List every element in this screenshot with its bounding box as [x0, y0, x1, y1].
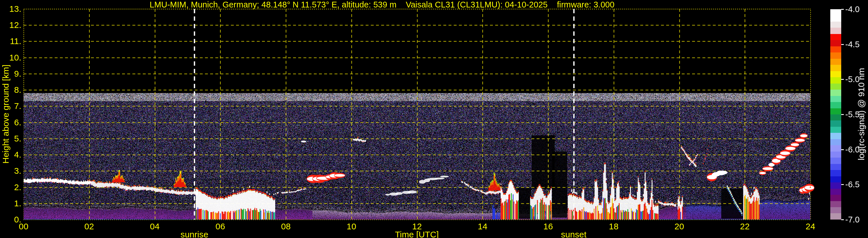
- colorbar-segment-7: [830, 53, 841, 59]
- colorbar-tick-mark-4: [841, 149, 844, 150]
- colorbar-segment-0: [830, 9, 841, 15]
- colorbar-segment-29: [830, 189, 841, 195]
- colorbar-segment-26: [830, 170, 841, 176]
- colorbar-segment-17: [830, 114, 841, 120]
- x-tick-label-04: 04: [145, 222, 165, 231]
- x-tick-label-22: 22: [735, 222, 755, 231]
- y-tick-label-11: 11.: [0, 37, 21, 46]
- y-axis-label: Height above ground [km]: [1, 25, 11, 203]
- colorbar-segment-14: [830, 96, 841, 102]
- colorbar: [830, 9, 841, 219]
- colorbar-segment-25: [830, 164, 841, 170]
- backscatter-heatmap-canvas: [0, 0, 868, 238]
- y-tick-label-1: 1.: [0, 199, 21, 208]
- colorbar-segment-11: [830, 77, 841, 83]
- colorbar-segment-10: [830, 71, 841, 77]
- y-tick-label-9: 9.: [0, 69, 21, 78]
- colorbar-segment-13: [830, 90, 841, 96]
- y-tick-label-3: 3.: [0, 166, 21, 176]
- colorbar-segment-32: [830, 207, 841, 213]
- colorbar-tick-mark-3: [841, 114, 844, 115]
- colorbar-tick-label-0: -4.0: [845, 5, 868, 14]
- colorbar-segment-31: [830, 201, 841, 207]
- colorbar-segment-9: [830, 65, 841, 71]
- x-tick-label-02: 02: [79, 222, 99, 231]
- colorbar-segment-28: [830, 182, 841, 188]
- colorbar-tick-mark-6: [841, 219, 844, 220]
- y-tick-label-7: 7.: [0, 101, 21, 111]
- x-tick-label-00: 00: [13, 222, 34, 231]
- colorbar-segment-23: [830, 152, 841, 158]
- plot-title: LMU-MIM, Munich, Germany; 48.148° N 11.5…: [24, 0, 741, 9]
- ceilometer-quicklook-figure: LMU-MIM, Munich, Germany; 48.148° N 11.5…: [0, 0, 868, 238]
- x-tick-label-16: 16: [538, 222, 558, 231]
- x-tick-label-14: 14: [472, 222, 493, 231]
- colorbar-tick-mark-0: [841, 9, 844, 10]
- colorbar-segment-12: [830, 84, 841, 90]
- y-tick-label-6: 6.: [0, 118, 21, 127]
- x-tick-label-08: 08: [276, 222, 296, 231]
- colorbar-segment-4: [830, 34, 841, 40]
- colorbar-tick-mark-1: [841, 44, 844, 45]
- colorbar-segment-15: [830, 102, 841, 108]
- y-tick-label-2: 2.: [0, 183, 21, 192]
- colorbar-tick-mark-5: [841, 184, 844, 185]
- sunset-annotation-label: sunset: [551, 230, 597, 238]
- colorbar-segment-33: [830, 213, 841, 219]
- y-tick-label-4: 4.: [0, 150, 21, 159]
- y-tick-label-13: 13.: [0, 4, 21, 13]
- colorbar-segment-21: [830, 139, 841, 145]
- colorbar-title: log(rc-signal) @ 910 nm: [857, 25, 866, 203]
- x-tick-label-24: 24: [800, 222, 820, 231]
- colorbar-segment-30: [830, 195, 841, 201]
- colorbar-segment-20: [830, 133, 841, 139]
- colorbar-segment-2: [830, 22, 841, 28]
- x-tick-label-06: 06: [210, 222, 230, 231]
- colorbar-segment-24: [830, 158, 841, 163]
- x-tick-label-20: 20: [669, 222, 689, 231]
- colorbar-tick-mark-2: [841, 79, 844, 80]
- x-tick-label-18: 18: [604, 222, 624, 231]
- colorbar-tick-label-6: -7.0: [845, 215, 868, 224]
- colorbar-segment-22: [830, 145, 841, 151]
- colorbar-segment-16: [830, 108, 841, 114]
- colorbar-segment-18: [830, 120, 841, 126]
- colorbar-segment-1: [830, 15, 841, 21]
- colorbar-segment-3: [830, 28, 841, 34]
- y-tick-label-12: 12.: [0, 21, 21, 30]
- x-axis-title: Time [UTC]: [382, 230, 452, 238]
- colorbar-segment-5: [830, 40, 841, 46]
- y-tick-label-10: 10.: [0, 53, 21, 62]
- x-tick-label-10: 10: [341, 222, 362, 231]
- colorbar-segment-27: [830, 176, 841, 182]
- y-tick-label-5: 5.: [0, 134, 21, 143]
- colorbar-segment-8: [830, 59, 841, 65]
- sunrise-annotation-label: sunrise: [171, 230, 217, 238]
- y-tick-label-8: 8.: [0, 85, 21, 94]
- colorbar-segment-19: [830, 127, 841, 133]
- colorbar-segment-6: [830, 47, 841, 53]
